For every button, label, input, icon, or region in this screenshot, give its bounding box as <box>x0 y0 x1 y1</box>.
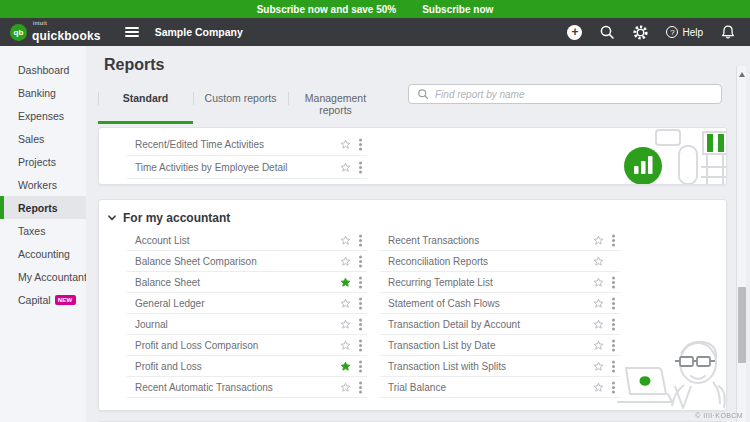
favorite-star-icon[interactable] <box>589 255 607 268</box>
report-name[interactable]: Profit and Loss <box>135 361 336 372</box>
row-menu-icon[interactable] <box>359 302 362 305</box>
report-search-box[interactable] <box>408 84 722 104</box>
row-menu-icon[interactable] <box>612 365 615 368</box>
section-collapse-toggle[interactable]: For my accountant <box>107 208 726 228</box>
row-menu-icon[interactable] <box>612 386 615 389</box>
tab-label: Standard <box>123 92 169 104</box>
report-name[interactable]: General Ledger <box>135 298 336 309</box>
report-row[interactable]: Time Activities by Employee Detail <box>127 156 367 179</box>
sidebar-item[interactable]: Accounting <box>0 242 86 265</box>
report-name[interactable]: Profit and Loss Comparison <box>135 340 336 351</box>
row-menu-icon[interactable] <box>612 344 615 347</box>
report-row[interactable]: Profit and Loss Comparison <box>127 335 367 356</box>
report-name[interactable]: Balance Sheet Comparison <box>135 256 336 267</box>
report-row[interactable]: Recent Transactions <box>380 230 620 251</box>
search-icon[interactable] <box>599 24 615 40</box>
report-name[interactable]: Statement of Cash Flows <box>388 298 589 309</box>
report-name[interactable]: Recent/Edited Time Activities <box>135 139 336 150</box>
favorite-star-icon[interactable] <box>336 138 354 151</box>
favorite-star-icon[interactable] <box>336 161 354 174</box>
scroll-up-arrow-icon[interactable] <box>739 72 745 77</box>
favorite-star-icon[interactable] <box>589 234 607 247</box>
report-row[interactable]: Recent Automatic Transactions <box>127 377 367 398</box>
row-menu-icon[interactable] <box>612 323 615 326</box>
sidebar-item[interactable]: Capital NEW <box>0 288 86 311</box>
scrollbar-thumb[interactable] <box>738 287 746 363</box>
favorite-star-icon[interactable] <box>336 276 354 289</box>
report-row[interactable]: Profit and Loss <box>127 356 367 377</box>
report-row[interactable]: Transaction List with Splits <box>380 356 620 377</box>
report-row[interactable]: Balance Sheet <box>127 272 367 293</box>
quickbooks-logo[interactable]: qb intuit quickbooks <box>10 21 101 43</box>
favorite-star-icon[interactable] <box>589 381 607 394</box>
favorite-star-icon[interactable] <box>589 276 607 289</box>
create-new-icon[interactable]: + <box>567 25 582 40</box>
report-row[interactable]: Statement of Cash Flows <box>380 293 620 314</box>
report-row[interactable]: Transaction Detail by Account <box>380 314 620 335</box>
report-tab[interactable]: Standard <box>98 88 193 122</box>
sidebar-item[interactable]: Workers <box>0 173 86 196</box>
row-menu-icon[interactable] <box>612 239 615 242</box>
report-name[interactable]: Recent Transactions <box>388 235 589 246</box>
report-tab[interactable]: Custom reports <box>193 88 288 122</box>
report-name[interactable]: Journal <box>135 319 336 330</box>
favorite-star-icon[interactable] <box>589 297 607 310</box>
favorite-star-icon[interactable] <box>336 339 354 352</box>
report-name[interactable]: Recent Automatic Transactions <box>135 382 336 393</box>
report-row[interactable]: Trial Balance <box>380 377 620 398</box>
report-row[interactable]: Transaction List by Date <box>380 335 620 356</box>
report-name[interactable]: Reconciliation Reports <box>388 256 589 267</box>
sidebar-item[interactable]: Reports <box>0 196 86 219</box>
sidebar-item[interactable]: My Accountant <box>0 265 86 288</box>
vertical-scrollbar[interactable] <box>736 66 746 422</box>
sidebar-item[interactable]: Projects <box>0 150 86 173</box>
favorite-star-icon[interactable] <box>589 339 607 352</box>
favorite-star-icon[interactable] <box>336 234 354 247</box>
row-menu-icon[interactable] <box>359 365 362 368</box>
report-row[interactable]: Recent/Edited Time Activities <box>127 133 367 156</box>
row-menu-icon[interactable] <box>359 143 362 146</box>
favorite-star-icon[interactable] <box>589 360 607 373</box>
report-row[interactable]: Journal <box>127 314 367 335</box>
report-row[interactable]: Balance Sheet Comparison <box>127 251 367 272</box>
report-name[interactable]: Account List <box>135 235 336 246</box>
notifications-bell-icon[interactable] <box>720 24 736 40</box>
row-menu-icon[interactable] <box>359 281 362 284</box>
row-menu-icon[interactable] <box>359 323 362 326</box>
report-name[interactable]: Transaction List with Splits <box>388 361 589 372</box>
sidebar-item[interactable]: Sales <box>0 127 86 150</box>
hamburger-menu-icon[interactable] <box>125 27 139 37</box>
sidebar-item[interactable]: Banking <box>0 81 86 104</box>
report-name[interactable]: Recurring Template List <box>388 277 589 288</box>
help-button[interactable]: ? Help <box>666 26 703 38</box>
sidebar-item[interactable]: Expenses <box>0 104 86 127</box>
report-name[interactable]: Time Activities by Employee Detail <box>135 162 336 173</box>
report-row[interactable]: General Ledger <box>127 293 367 314</box>
report-name[interactable]: Trial Balance <box>388 382 589 393</box>
report-name[interactable]: Transaction Detail by Account <box>388 319 589 330</box>
report-row[interactable]: Recurring Template List <box>380 272 620 293</box>
favorite-star-icon[interactable] <box>589 318 607 331</box>
settings-gear-icon[interactable] <box>632 24 649 41</box>
favorite-star-icon[interactable] <box>336 381 354 394</box>
report-search-input[interactable] <box>435 89 713 100</box>
report-name[interactable]: Balance Sheet <box>135 277 336 288</box>
sidebar-item[interactable]: Taxes <box>0 219 86 242</box>
row-menu-icon[interactable] <box>359 166 362 169</box>
favorite-star-icon[interactable] <box>336 318 354 331</box>
favorite-star-icon[interactable] <box>336 297 354 310</box>
sidebar-item[interactable]: Dashboard <box>0 58 86 81</box>
report-tab[interactable]: Management reports <box>288 88 383 122</box>
report-name[interactable]: Transaction List by Date <box>388 340 589 351</box>
row-menu-icon[interactable] <box>359 386 362 389</box>
report-row[interactable]: Account List <box>127 230 367 251</box>
row-menu-icon[interactable] <box>359 344 362 347</box>
report-row[interactable]: Reconciliation Reports <box>380 251 620 272</box>
row-menu-icon[interactable] <box>612 281 615 284</box>
row-menu-icon[interactable] <box>359 239 362 242</box>
favorite-star-icon[interactable] <box>336 360 354 373</box>
row-menu-icon[interactable] <box>612 302 615 305</box>
row-menu-icon[interactable] <box>359 260 362 263</box>
favorite-star-icon[interactable] <box>336 255 354 268</box>
subscribe-now-link[interactable]: Subscribe now <box>422 4 493 15</box>
